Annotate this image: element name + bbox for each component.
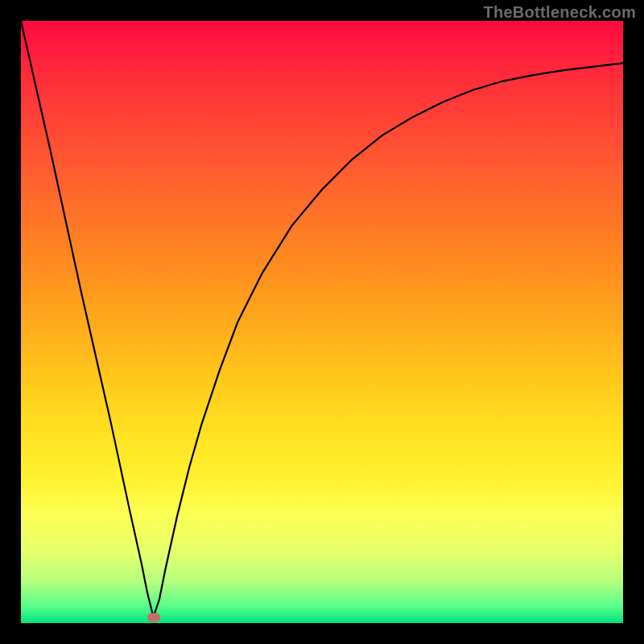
watermark-text: TheBottleneck.com (483, 3, 636, 22)
bottleneck-curve (21, 21, 623, 623)
minimum-marker (147, 613, 160, 621)
plot-area (21, 21, 623, 623)
chart-frame: TheBottleneck.com (0, 0, 644, 644)
